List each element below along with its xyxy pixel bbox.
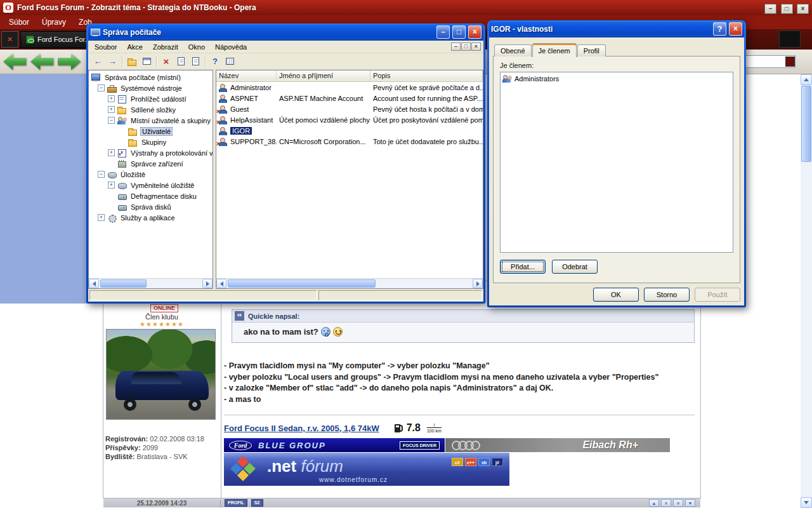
help-icon[interactable]: ? [208,55,222,69]
mdi-minimize-button[interactable]: – [451,43,461,51]
tree-item-computer-management[interactable]: Správa počítače (místní) [89,72,213,83]
user-row-guest[interactable]: ×Guest Pevný účet hosta k počítači a v d… [216,104,483,114]
dotnet-forum-banner[interactable]: .net fórum www.dotnetforum.cz c# c++ vb … [224,453,509,486]
menu-item-akce[interactable]: Akce [122,42,147,52]
remove-button[interactable]: Odebrat [552,260,598,274]
restore-button[interactable]: □ [452,25,466,39]
scroll-left-button[interactable] [89,279,99,288]
forward-icon[interactable]: → [105,55,119,69]
add-button[interactable]: Přidat... [500,260,546,274]
tree-expander[interactable]: + [98,214,105,221]
close-button[interactable]: × [468,25,481,39]
column-header-nazev[interactable]: Název [216,70,277,81]
tree-item-removable-storage[interactable]: +Vyměnitelné úložiště [89,180,213,190]
export-list-icon[interactable] [223,55,237,69]
pagination-up-button[interactable]: ▲ [649,499,659,507]
scroll-right-button[interactable] [202,279,213,288]
browser-vertical-scrollbar[interactable] [801,74,812,508]
tree-item-event-viewer[interactable]: +Prohlížeč událostí [89,93,213,104]
scrollbar-track[interactable] [226,279,473,288]
tree-item-disk-management[interactable]: Správa disků [89,201,213,212]
minimize-button[interactable]: – [436,25,450,39]
delete-icon[interactable]: × [159,55,173,69]
tree-item-groups[interactable]: Skupiny [89,137,213,147]
menu-item-subor[interactable]: Súbor [3,17,36,28]
tree-item-performance-logs[interactable]: +Výstrahy a protokolování vý [89,147,213,158]
ford-blue-group-banner[interactable]: Ford BLUE GROUP FOCUS DRIVER [224,438,445,452]
scrollbar-track[interactable] [99,279,202,288]
tree-item-local-users-groups[interactable]: −Místní uživatelé a skupiny [89,115,213,126]
menu-item-okno[interactable]: Okno [183,42,210,52]
menu-item-napoveda[interactable]: Nápověda [210,42,252,52]
back-icon[interactable]: ← [91,55,105,69]
opera-maximize-button[interactable]: □ [781,4,793,14]
sz-button[interactable]: SZ [251,499,263,507]
tab-je-clenem[interactable]: Je členem [532,43,577,57]
member-of-listbox[interactable]: Administrators [500,72,733,253]
pagination-list-button[interactable]: = [661,499,671,507]
column-header-jmeno[interactable]: Jméno a příjmení [277,70,370,81]
cancel-button[interactable]: Storno [644,288,690,302]
tree-item-services-applications[interactable]: +Služby a aplikace [89,212,213,223]
apply-button[interactable]: Použít [695,288,740,302]
scroll-left-button[interactable] [216,279,226,288]
scroll-up-button[interactable] [801,74,812,85]
rewind-button[interactable] [30,53,53,70]
user-row-igor-selected[interactable]: IGOR [216,125,483,136]
user-row-administrator[interactable]: Administrator Pevný účet ke správě počít… [216,82,483,93]
scrollbar-thumb[interactable] [228,279,376,288]
tree-expander[interactable]: + [108,106,115,113]
tree-expander[interactable]: − [108,117,115,124]
up-folder-icon[interactable] [125,55,139,69]
eibach-banner[interactable]: Eibach Rh+ [445,438,670,452]
sc roll-down-button[interactable] [801,497,812,508]
forward-button[interactable] [58,53,81,70]
signature-link[interactable]: Ford Focus II Sedan, r.v. 2005, 1,6 74kW [224,424,379,433]
tree-item-disk-defragmenter[interactable]: Defragmentace disku [89,190,213,201]
go-button[interactable] [785,57,795,67]
tree-expander[interactable]: + [108,182,115,189]
tree-horizontal-scrollbar[interactable] [89,278,213,288]
ok-button[interactable]: OK [593,288,639,302]
tab-obecne[interactable]: Obecné [494,44,532,57]
tree-item-system-tools[interactable]: −Systémové nástroje [89,83,213,93]
properties-icon[interactable] [174,55,188,69]
tree-expander[interactable]: + [108,149,115,156]
pagination-list-button[interactable]: = [673,499,683,507]
pagination-down-button[interactable]: ▼ [685,499,695,507]
tree-item-users[interactable]: Uživatelé [89,126,213,137]
tree-expander[interactable]: − [98,171,105,178]
scrollbar-thumb[interactable] [100,279,147,288]
user-row-aspnet[interactable]: ASPNET ASP.NET Machine Account Account u… [216,93,483,104]
tree-item-shared-folders[interactable]: +Sdílené složky [89,104,213,115]
user-row-helpassistant[interactable]: ×HelpAssistant Účet pomoci vzdálené ploc… [216,114,483,125]
pagination-buttons: ▲ = = ▼ [649,499,695,507]
menu-item-zobrazit[interactable]: Zobrazit [148,42,183,52]
dialog-help-button[interactable]: ? [713,22,726,36]
close-page-icon[interactable]: × [1,31,18,48]
tree-expander[interactable]: + [108,95,115,102]
dialog-titlebar[interactable]: IGOR - vlastnosti ? × [489,20,744,37]
profil-button[interactable]: PROFIL [225,499,247,507]
new-document-icon[interactable] [188,55,202,69]
tree-item-device-manager[interactable]: Správce zařízení [89,158,213,169]
opera-close-button[interactable]: × [797,4,809,14]
tree-item-storage[interactable]: −Úložiště [89,169,213,180]
list-horizontal-scrollbar[interactable] [216,278,483,288]
show-window-icon[interactable] [140,55,154,69]
scroll-right-button[interactable] [473,279,483,288]
menu-item-upravy[interactable]: Úpravy [36,17,72,28]
window-titlebar[interactable]: Správa počítače – □ × [88,23,483,41]
mdi-close-button[interactable]: × [471,43,481,51]
mdi-restore-button[interactable]: □ [461,43,471,51]
member-item-administrators[interactable]: Administrators [502,74,731,84]
back-button[interactable] [3,53,26,70]
scrollbar-thumb[interactable] [801,86,811,162]
dialog-close-button[interactable]: × [729,22,742,36]
column-header-popis[interactable]: Popis [370,70,483,81]
user-row-support[interactable]: ×SUPPORT_38... CN=Microsoft Corporation.… [216,136,483,147]
opera-minimize-button[interactable]: – [764,4,776,14]
tree-expander[interactable]: − [98,84,105,91]
menu-item-soubor[interactable]: Soubor [89,42,122,52]
tab-profil[interactable]: Profil [577,44,606,57]
